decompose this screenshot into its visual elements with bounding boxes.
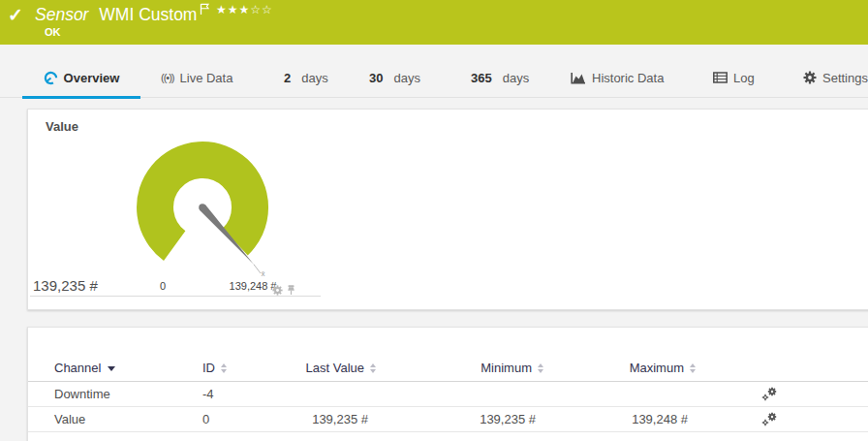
tab-30-days[interactable]: 30days — [369, 55, 420, 98]
tab-365-days[interactable]: 365days — [471, 55, 529, 98]
table-row-downtime[interactable]: Downtime -4 — [28, 382, 868, 407]
tab-historic-data[interactable]: Historic Data — [571, 55, 664, 98]
column-header-channel[interactable]: Channel — [54, 361, 202, 375]
channel-settings-icon[interactable] — [761, 387, 778, 401]
flag-icon[interactable] — [200, 3, 210, 18]
gear-icon — [803, 71, 817, 84]
sensor-header: ✓ Sensor WMI Custom ★★★☆☆ OK — [0, 0, 868, 45]
table-row-value[interactable]: Value 0 139,235 # 139,235 # 139,248 # — [28, 407, 868, 432]
tab-label: Overview — [64, 71, 120, 85]
column-header-id[interactable]: ID — [202, 361, 291, 375]
channel-minimum: 139,235 # — [376, 412, 543, 426]
tab-live-data[interactable]: ((•)) Live Data — [161, 55, 232, 98]
channel-last-value: 139,235 # — [291, 412, 376, 426]
channel-maximum: 139,248 # — [543, 412, 696, 426]
channel-settings-icon[interactable] — [761, 412, 778, 426]
sensor-type-label: Sensor — [35, 5, 88, 24]
sort-icon — [221, 363, 227, 373]
channels-table: Channel ID Last Value Minimum Maximum — [28, 328, 868, 432]
column-header-minimum[interactable]: Minimum — [376, 361, 543, 375]
table-header-row: Channel ID Last Value Minimum Maximum — [28, 355, 868, 382]
status-ok-check-icon: ✓ — [8, 4, 23, 26]
tab-settings[interactable]: Settings — [803, 55, 868, 98]
column-header-maximum[interactable]: Maximum — [543, 361, 696, 375]
tab-label: Historic Data — [592, 71, 664, 85]
log-list-icon — [713, 72, 728, 83]
tab-overview[interactable]: Overview — [22, 55, 140, 98]
channels-panel: Channel ID Last Value Minimum Maximum — [27, 327, 868, 441]
tab-label: days — [393, 71, 419, 85]
tab-label: Log — [733, 71, 755, 85]
priority-stars[interactable]: ★★★☆☆ — [216, 3, 273, 16]
sensor-name: WMI Custom — [99, 5, 197, 24]
tab-number: 365 — [471, 71, 492, 85]
broadcast-icon: ((•)) — [161, 72, 174, 83]
tab-label: days — [301, 71, 327, 85]
gauge-needle-pivot — [199, 204, 206, 211]
gauge-arc — [155, 160, 250, 246]
channel-name: Downtime — [54, 387, 202, 401]
gauge-settings-gear-icon[interactable] — [272, 285, 283, 296]
tab-label: days — [503, 71, 529, 85]
gauge-icon — [44, 71, 58, 85]
gauge-pin-icon[interactable] — [287, 285, 295, 296]
status-badge: OK — [45, 26, 61, 38]
tab-label: Settings — [822, 71, 868, 85]
tab-label: Live Data — [180, 71, 233, 85]
area-chart-icon — [571, 72, 586, 84]
gauge-divider — [30, 296, 321, 297]
sort-desc-icon — [108, 366, 115, 371]
gauge-title: Value — [46, 119, 78, 134]
column-header-last-value[interactable]: Last Value — [291, 361, 376, 375]
tab-number: 30 — [369, 71, 383, 85]
sort-icon — [690, 363, 696, 373]
channel-id: -4 — [202, 387, 291, 401]
tab-number: 2 — [284, 71, 291, 85]
tab-bar: Overview ((•)) Live Data 2days 30days 36… — [0, 55, 868, 98]
page-title: Sensor WMI Custom — [35, 5, 197, 25]
average-marker: x̄ — [261, 269, 264, 278]
tab-log[interactable]: Log — [713, 55, 755, 98]
gauge-current-value: 139,235 # — [33, 277, 98, 294]
value-gauge: x̄ — [130, 139, 299, 289]
gauge-scale-min: 0 — [151, 280, 174, 292]
gauge-needle-extension — [254, 265, 261, 273]
channel-id: 0 — [202, 412, 291, 426]
tab-2-days[interactable]: 2days — [284, 55, 328, 98]
gauge-panel: Value x̄ 139,235 # 0 139,248 # — [27, 109, 868, 310]
channel-name: Value — [54, 412, 202, 426]
